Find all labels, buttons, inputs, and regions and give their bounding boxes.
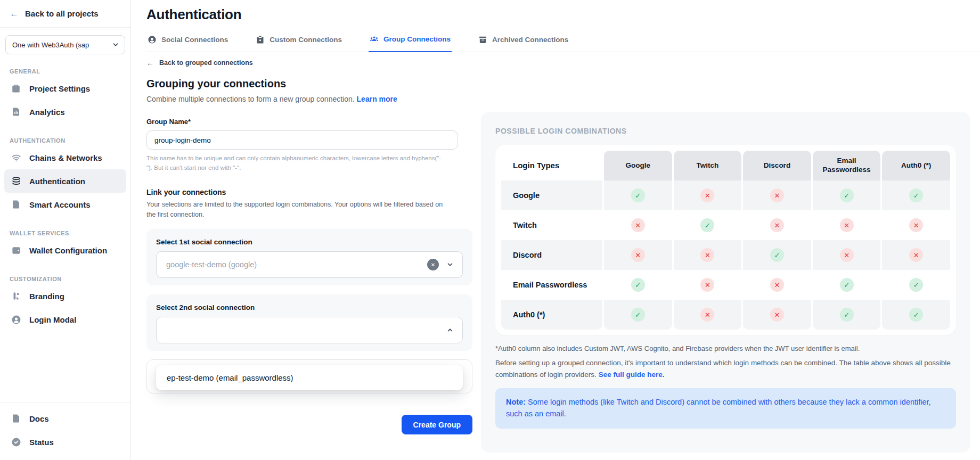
- table-column-header: Auth0 (*): [882, 151, 950, 180]
- cross-icon: ✕: [909, 248, 923, 262]
- archive-box-icon: [478, 35, 487, 44]
- learn-more-link[interactable]: Learn more: [357, 95, 397, 103]
- sidebar-item-label: Status: [29, 438, 54, 447]
- tab-label: Social Connections: [161, 36, 228, 44]
- full-guide-link[interactable]: See full guide here.: [599, 371, 665, 379]
- chevron-down-icon: [112, 41, 119, 48]
- cross-icon: ✕: [770, 218, 784, 232]
- second-connection-select[interactable]: [156, 317, 463, 343]
- tab-custom-connections[interactable]: Custom Connections: [255, 35, 343, 52]
- cross-icon: ✕: [700, 278, 714, 292]
- combination-blocked-cell: ✕: [743, 180, 811, 210]
- check-icon: ✓: [770, 248, 784, 262]
- back-arrow-icon: ←: [146, 59, 154, 67]
- tab-label: Custom Connections: [270, 36, 342, 44]
- combination-blocked-cell: ✕: [882, 240, 950, 270]
- cross-icon: ✕: [840, 218, 854, 232]
- cross-icon: ✕: [700, 188, 714, 202]
- first-connection-select[interactable]: google-test-demo (google) ✕: [156, 251, 463, 278]
- check-icon: ✓: [631, 188, 645, 202]
- combination-allowed-cell: ✓: [604, 270, 672, 300]
- combination-allowed-cell: ✓: [674, 210, 742, 240]
- sidebar: ← Back to all projects One with Web3Auth…: [0, 0, 131, 460]
- sidebar-item-authentication[interactable]: Authentication: [4, 169, 126, 193]
- combination-allowed-cell: ✓: [743, 240, 811, 270]
- combination-blocked-cell: ✕: [882, 210, 950, 240]
- sidebar-item-wallet-configuration[interactable]: Wallet Configuration: [4, 239, 126, 262]
- combination-allowed-cell: ✓: [604, 180, 672, 210]
- check-icon: ✓: [631, 278, 645, 292]
- tab-label: Archived Connections: [492, 36, 568, 44]
- combination-blocked-cell: ✕: [743, 210, 811, 240]
- tab-archived-connections[interactable]: Archived Connections: [477, 35, 569, 52]
- back-to-grouped-connections-link[interactable]: ← Back to grouped connections: [146, 59, 472, 67]
- combination-blocked-cell: ✕: [813, 210, 881, 240]
- sidebar-item-analytics[interactable]: Analytics: [4, 100, 126, 124]
- cross-icon: ✕: [909, 218, 923, 232]
- note-label: Note:: [506, 398, 526, 406]
- sidebar-item-status[interactable]: Status: [4, 430, 126, 454]
- create-group-button[interactable]: Create Group: [402, 415, 472, 434]
- branding-icon: [11, 291, 21, 301]
- second-connection-card: Select 2nd social connection: [146, 294, 472, 351]
- combination-allowed-cell: ✓: [882, 270, 950, 300]
- table-row-label: Twitch: [501, 210, 602, 240]
- section-subheading: Combine multiple connections to form a n…: [146, 95, 472, 103]
- project-selector[interactable]: One with Web3Auth (sap: [5, 35, 125, 54]
- combination-blocked-cell: ✕: [674, 300, 742, 330]
- cross-icon: ✕: [840, 248, 854, 262]
- table-corner-header: Login Types: [501, 151, 602, 180]
- section-heading-customization: CUSTOMIZATION: [10, 276, 121, 282]
- combination-allowed-cell: ✓: [813, 180, 881, 210]
- check-icon: ✓: [909, 278, 923, 292]
- sidebar-nav: GENERAL Project Settings Analytics AUTHE…: [0, 54, 130, 402]
- check-icon: ✓: [840, 188, 854, 202]
- main-area: Authentication Social Connections Custom…: [131, 0, 980, 460]
- sidebar-item-docs[interactable]: Docs: [4, 407, 126, 430]
- combination-blocked-cell: ✕: [743, 270, 811, 300]
- tab-social-connections[interactable]: Social Connections: [146, 35, 229, 52]
- sidebar-item-chains-networks[interactable]: Chains & Networks: [4, 146, 126, 169]
- check-icon: ✓: [631, 308, 645, 322]
- combination-blocked-cell: ✕: [674, 240, 742, 270]
- group-name-helper: This name has to be unique and can only …: [146, 154, 445, 173]
- app-root: ← Back to all projects One with Web3Auth…: [0, 0, 980, 460]
- combinations-description: Before setting up a grouped connection, …: [495, 357, 956, 380]
- cross-icon: ✕: [770, 188, 784, 202]
- clear-selection-icon[interactable]: ✕: [427, 259, 439, 270]
- back-to-projects-link[interactable]: ← Back to all projects: [0, 0, 130, 28]
- subheading-text: Combine multiple connections to form a n…: [146, 95, 355, 103]
- section-heading: Grouping your connections: [146, 78, 472, 90]
- table-row-label: Google: [501, 180, 602, 210]
- sidebar-item-login-modal[interactable]: Login Modal: [4, 308, 126, 331]
- note-text: Some login methods (like Twitch and Disc…: [506, 398, 931, 418]
- combinations-table-card: Login TypesGoogleTwitchDiscordEmail Pass…: [495, 145, 956, 335]
- combination-blocked-cell: ✕: [604, 240, 672, 270]
- chevron-down-icon: [446, 261, 454, 268]
- dropdown-option-ep-test-demo[interactable]: ep-test-demo (email_passwordless): [156, 365, 463, 390]
- combination-blocked-cell: ✕: [743, 300, 811, 330]
- sidebar-item-project-settings[interactable]: Project Settings: [4, 77, 126, 100]
- wallet-icon: [11, 245, 21, 256]
- group-name-input[interactable]: [146, 130, 458, 150]
- form-actions: Create Group: [146, 415, 472, 434]
- table-column-header: Google: [604, 151, 672, 180]
- combination-allowed-cell: ✓: [813, 270, 881, 300]
- possible-combinations-panel: POSSIBLE LOGIN COMBINATIONS Login TypesG…: [481, 112, 970, 453]
- bar-chart-doc-icon: [11, 106, 21, 117]
- back-link-label: Back to grouped connections: [159, 59, 253, 67]
- select-1st-label: Select 1st social connection: [156, 238, 463, 246]
- sidebar-item-label: Analytics: [29, 108, 65, 117]
- link-connections-helper: Your selections are limited to the suppo…: [146, 200, 445, 220]
- tab-group-connections[interactable]: Group Connections: [369, 35, 452, 52]
- sidebar-item-branding[interactable]: Branding: [4, 284, 126, 308]
- auth0-footnote: *Auth0 column also includes Custom JWT, …: [495, 344, 956, 352]
- first-connection-value: google-test-demo (google): [166, 260, 427, 269]
- table-column-header: Twitch: [674, 151, 742, 180]
- sidebar-item-label: Authentication: [29, 177, 85, 186]
- description-text: Before setting up a grouped connection, …: [495, 359, 951, 379]
- table-row-label: Email Passwordless: [501, 270, 602, 300]
- cross-icon: ✕: [770, 278, 784, 292]
- sidebar-item-smart-accounts[interactable]: Smart Accounts: [4, 193, 126, 216]
- combination-allowed-cell: ✓: [813, 300, 881, 330]
